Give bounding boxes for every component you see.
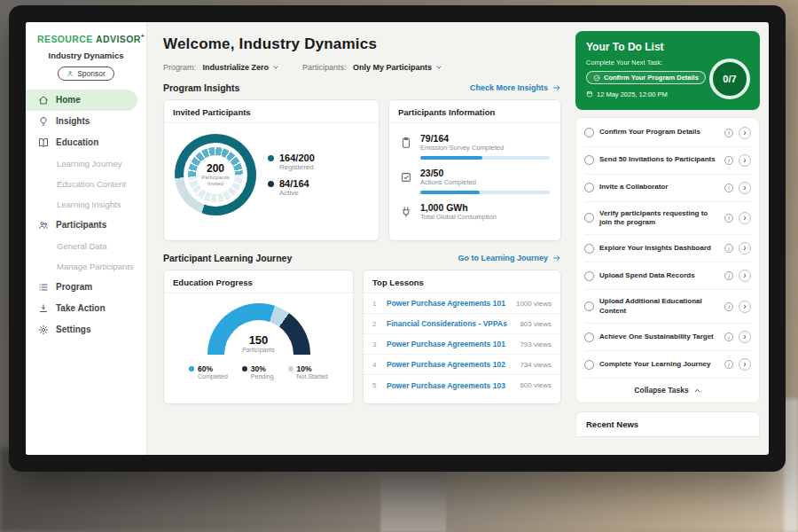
sidebar-item-education[interactable]: Education bbox=[26, 132, 146, 153]
card-title: Top Lessons bbox=[364, 270, 560, 293]
legend-active: 84/164 Active bbox=[268, 178, 315, 197]
top-lessons-card: Top Lessons 1 Power Purchase Agreements … bbox=[363, 270, 561, 404]
task-checkbox[interactable] bbox=[584, 155, 594, 165]
legend-not-started: 10% Not Started bbox=[288, 364, 328, 379]
task-checkbox[interactable] bbox=[584, 332, 594, 342]
chevron-right-icon[interactable]: › bbox=[739, 331, 751, 343]
task-row-complete-learning-journey[interactable]: Complete Your Learning Journey i › bbox=[584, 351, 751, 379]
arrow-right-icon bbox=[552, 83, 561, 92]
legend-dot bbox=[242, 366, 247, 372]
task-row-send-invitations[interactable]: Send 50 Invitations to Participants i › bbox=[584, 147, 751, 175]
sidebar-item-home[interactable]: Home bbox=[26, 90, 137, 111]
energy-icon bbox=[400, 206, 413, 218]
lesson-link[interactable]: Power Purchase Agreements 102 bbox=[387, 360, 512, 369]
sidebar-item-take-action[interactable]: Take Action bbox=[26, 298, 146, 319]
sidebar-item-manage-participants[interactable]: Manage Participants bbox=[26, 256, 146, 277]
task-row-achieve-target[interactable]: Achieve One Sustainability Target i › bbox=[584, 324, 751, 351]
lesson-row: 5 Power Purchase Agreements 103 600 view… bbox=[364, 375, 560, 395]
education-progress-card: Education Progress 150 Participants bbox=[163, 270, 354, 404]
info-icon[interactable]: i bbox=[724, 129, 733, 137]
card-title: Education Progress bbox=[164, 270, 353, 293]
arrow-right-icon bbox=[552, 254, 561, 262]
stat-row: 23/50 Actions Completed bbox=[400, 168, 550, 186]
chevron-right-icon[interactable]: › bbox=[739, 358, 751, 371]
info-icon[interactable]: i bbox=[724, 244, 733, 253]
background-edge bbox=[784, 399, 798, 532]
sponsor-badge: Sponsor bbox=[58, 66, 114, 81]
filter-bar: Program: Industrialize Zero Participants… bbox=[163, 63, 561, 72]
gauge-center-label: Participants bbox=[242, 347, 275, 353]
participants-filter-dropdown[interactable]: Only My Participants bbox=[353, 63, 442, 72]
sidebar-item-education-content[interactable]: Education Content bbox=[26, 174, 146, 194]
chevron-right-icon[interactable]: › bbox=[739, 127, 751, 139]
legend-dot bbox=[268, 181, 274, 187]
chevron-up-icon bbox=[693, 387, 701, 395]
chevron-right-icon[interactable]: › bbox=[739, 301, 751, 313]
info-icon[interactable]: i bbox=[724, 332, 733, 341]
task-checkbox[interactable] bbox=[584, 244, 594, 254]
next-task-pill: Confirm Your Program Details bbox=[586, 71, 706, 84]
legend-completed: 60% Completed bbox=[189, 364, 228, 379]
info-icon[interactable]: i bbox=[724, 156, 733, 165]
lesson-link[interactable]: Financial Considerations - VPPAs bbox=[387, 319, 512, 328]
task-row-upload-spend-data[interactable]: Upload Spend Data Records i › bbox=[584, 262, 751, 290]
sidebar-item-settings[interactable]: Settings bbox=[26, 319, 146, 340]
lesson-link[interactable]: Power Purchase Agreements 103 bbox=[387, 381, 512, 390]
task-checkbox[interactable] bbox=[584, 301, 594, 311]
chevron-right-icon[interactable]: › bbox=[739, 242, 751, 254]
info-icon[interactable]: i bbox=[724, 302, 733, 311]
chevron-right-icon[interactable]: › bbox=[739, 270, 751, 282]
sidebar-item-general-data[interactable]: General Data bbox=[26, 236, 146, 256]
task-checkbox[interactable] bbox=[584, 213, 594, 223]
lesson-link[interactable]: Power Purchase Agreements 101 bbox=[387, 340, 512, 348]
task-row-upload-educational-content[interactable]: Upload Additional Educational Content i … bbox=[584, 290, 751, 324]
sidebar-item-program[interactable]: Program bbox=[26, 277, 146, 298]
lightbulb-icon bbox=[38, 116, 49, 127]
actions-icon bbox=[400, 171, 413, 184]
info-icon[interactable]: i bbox=[724, 184, 733, 192]
invited-participants-card: Invited Participants 200 Participants In… bbox=[163, 99, 379, 241]
chevron-right-icon[interactable]: › bbox=[739, 154, 751, 167]
task-row-invite-collaborator[interactable]: Invite a Collaborator i › bbox=[584, 175, 751, 202]
org-name: Industry Dynamics bbox=[26, 51, 146, 60]
sidebar: RESOURCE ADVISOR+ Industry Dynamics Spon… bbox=[26, 22, 147, 455]
todo-title: Your To Do List bbox=[586, 41, 749, 53]
progress-bar-actions bbox=[420, 191, 550, 194]
program-insights-title: Program Insights bbox=[163, 82, 239, 93]
participants-information-card: Participants Information 79/164 Emission… bbox=[388, 99, 561, 241]
task-checkbox[interactable] bbox=[584, 360, 594, 370]
sidebar-item-learning-journey[interactable]: Learning Journey bbox=[26, 153, 146, 174]
task-row-confirm-program[interactable]: Confirm Your Program Details i › bbox=[584, 120, 751, 147]
info-icon[interactable]: i bbox=[724, 271, 733, 280]
logo-advisor: ADVISOR bbox=[96, 34, 141, 44]
chevron-right-icon[interactable]: › bbox=[739, 212, 751, 224]
info-icon[interactable]: i bbox=[724, 360, 733, 369]
participants-filter-label: Participants: bbox=[302, 63, 347, 72]
download-icon bbox=[38, 303, 49, 314]
lesson-link[interactable]: Power Purchase Agreements 101 bbox=[387, 299, 509, 308]
task-row-verify-participants[interactable]: Verify participants requesting to join t… bbox=[584, 202, 751, 236]
program-filter-dropdown[interactable]: Industrialize Zero bbox=[203, 63, 280, 72]
sidebar-item-learning-insights[interactable]: Learning Insights bbox=[26, 194, 146, 215]
task-checkbox[interactable] bbox=[584, 183, 594, 192]
program-filter-label: Program: bbox=[163, 63, 196, 72]
donut-center-label: Participants Invited bbox=[200, 175, 231, 187]
go-to-learning-journey-link[interactable]: Go to Learning Journey bbox=[458, 254, 561, 262]
task-checkbox[interactable] bbox=[584, 271, 594, 281]
main-content: Welcome, Industry Dynamics Program: Indu… bbox=[147, 22, 572, 455]
chevron-down-icon bbox=[435, 64, 442, 71]
recent-news-header[interactable]: Recent News bbox=[575, 411, 760, 437]
app-logo: RESOURCE ADVISOR+ bbox=[26, 22, 146, 48]
sidebar-item-participants[interactable]: Participants bbox=[26, 215, 146, 236]
sidebar-item-insights[interactable]: Insights bbox=[26, 111, 146, 132]
check-more-insights-link[interactable]: Check More Insights bbox=[470, 83, 561, 92]
gauge-center-value: 150 bbox=[249, 333, 269, 347]
legend-dot bbox=[189, 366, 194, 372]
collapse-tasks-button[interactable]: Collapse Tasks bbox=[584, 379, 751, 401]
task-row-explore-insights[interactable]: Explore Your Insights Dashboard i › bbox=[584, 235, 751, 262]
info-icon[interactable]: i bbox=[724, 214, 733, 223]
task-list-card: Confirm Your Program Details i › Send 50… bbox=[575, 117, 760, 404]
chevron-right-icon[interactable]: › bbox=[739, 182, 751, 194]
task-checkbox[interactable] bbox=[584, 128, 594, 137]
invited-donut-chart: 200 Participants Invited bbox=[175, 134, 256, 215]
